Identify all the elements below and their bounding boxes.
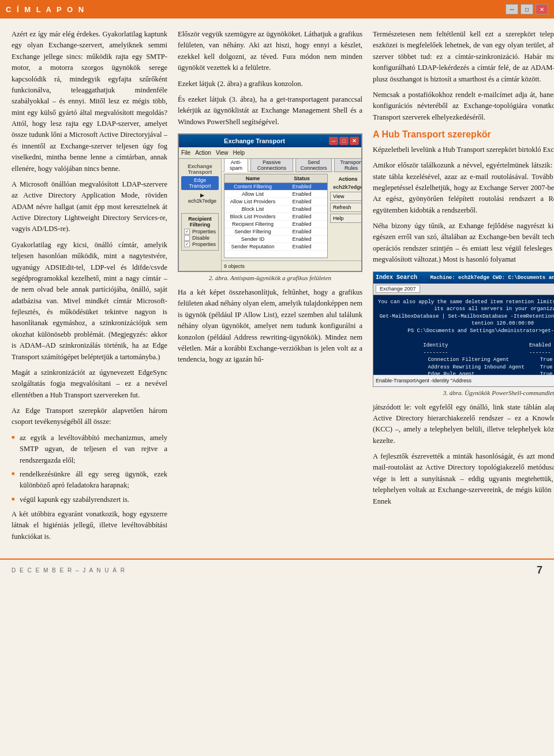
right-para-6: játszódott le: volt egyfelől egy önálló,… xyxy=(373,402,554,447)
fig2-min[interactable]: ─ xyxy=(329,137,338,145)
figure-2-container: Exchange Transport ─ □ ✕ File Action Vie… xyxy=(178,133,362,281)
figure-3-caption: 3. ábra. Ügynökök PowerShell-commandletb… xyxy=(373,389,554,396)
middle-para-3: És ezeket látjuk (3. ábra), ha a get-tra… xyxy=(178,94,362,128)
fig2-row-reputation[interactable]: Sender ReputationEnabled xyxy=(224,243,327,251)
left-para-2: A Microsoft önállóan megvalósított LDAP-… xyxy=(12,179,167,235)
middle-article: Először vegyük szemügyre az ügynököket. … xyxy=(178,29,362,128)
fig3-titlebar: Index Search Machine: ech2k7edge CWD: C:… xyxy=(373,272,554,284)
fig2-row-content[interactable]: Content FilteringEnabled xyxy=(224,183,327,191)
figure-3-screenshot: Index Search Machine: ech2k7edge CWD: C:… xyxy=(373,271,554,387)
fig2-row-blockprov[interactable]: Block List ProvidersEnabled xyxy=(224,213,327,221)
column-left: Azért ez így már elég érdekes. Gyakorlat… xyxy=(12,29,167,547)
bullet-item-1: az egyik a levéltovábbító mechanizmus, a… xyxy=(12,433,167,466)
fig2-agent-list: Name Status Content FilteringEnabled All… xyxy=(224,174,328,258)
column-right: Természetesen nem feltétlenül kell ezt a… xyxy=(373,29,554,547)
fig3-machine: Machine: ech2k7edge CWD: C:\Documents an… xyxy=(417,275,554,281)
fig2-row-allowlist[interactable]: Allow ListEnabled xyxy=(224,191,327,198)
fig2-recipient-label2: Disable xyxy=(192,235,209,241)
fig2-list-area: Name Status Content FilteringEnabled All… xyxy=(222,172,362,260)
fig3-status-text: Enable-TransportAgent -Identity "Address xyxy=(376,378,471,383)
fig2-tab-transport[interactable]: Transport Rules xyxy=(334,158,362,172)
fig2-row-allowprov[interactable]: Allow List ProvidersEnabled xyxy=(224,198,327,206)
fig2-btn-help[interactable]: Help xyxy=(330,214,362,223)
middle-para-4: Ha a két képet összehasonlítjuk, feltűnh… xyxy=(178,287,362,366)
fig3-terminal: You can also apply the same deleted item… xyxy=(373,295,554,375)
fig2-menubar: File Action View Help xyxy=(179,147,361,159)
fig2-sidebar-item-edge[interactable]: Edge Transport xyxy=(181,176,219,190)
fig2-row-recipient[interactable]: Recipient FilteringEnabled xyxy=(224,221,327,228)
footer-label: D E C E M B E R – J A N U Á R xyxy=(12,567,126,573)
fig2-check3[interactable]: ✓ xyxy=(184,241,190,247)
fig3-tab-exchange[interactable]: Exchange 2007 xyxy=(376,285,420,293)
right-para-4: Amikor először találkozunk a névvel, egy… xyxy=(373,160,554,216)
fig2-tab-passive[interactable]: Passive Connections xyxy=(250,158,293,172)
fig2-row-sender[interactable]: Sender FilteringEnabled xyxy=(224,228,327,236)
fig2-status-text: 9 objects xyxy=(224,263,245,269)
left-para-5: Az Edge Transport szerepkör alapvetően h… xyxy=(12,405,167,428)
fig2-col-status: Status xyxy=(279,176,325,181)
middle-para-1: Először vegyük szemügyre az ügynököket. … xyxy=(178,29,362,74)
fig2-check1[interactable]: ✓ xyxy=(184,229,190,234)
figure-2-caption: 2. ábra. Antispam-ügynökök a grafikus fe… xyxy=(178,274,362,281)
fig3-title: Index Search xyxy=(376,274,417,281)
bullet-item-3: végül kapunk egy szabályrendszert is. xyxy=(12,494,167,505)
maximize-button[interactable]: □ xyxy=(521,4,533,14)
fig2-row-senderid[interactable]: Sender IDEnabled xyxy=(224,236,327,243)
fig2-recipient-item2: Disable xyxy=(184,235,216,241)
middle-para-2: Ezeket látjuk (2. ábra) a grafikus konzo… xyxy=(178,79,362,90)
fig2-close[interactable]: ✕ xyxy=(350,137,359,145)
fig2-actions-title: Actions xyxy=(330,176,362,182)
left-para-3: Gyakorlatilag egy kicsi, önálló címtár, … xyxy=(12,240,167,363)
fig2-tab-antispam[interactable]: Anti-spam xyxy=(224,158,248,172)
fig2-list-header: Name Status xyxy=(224,174,327,183)
fig2-statusbar: 9 objects xyxy=(222,260,362,271)
fig2-menu-view[interactable]: View xyxy=(216,150,229,156)
footer: D E C E M B E R – J A N U Á R 7 xyxy=(0,558,554,581)
right-para-5: Néha bizony úgy tűnik, az Exhange fejlőd… xyxy=(373,221,554,266)
window-controls: ─ □ ✕ xyxy=(506,4,548,14)
fig2-row-blocklist[interactable]: Block ListEnabled xyxy=(224,206,327,213)
right-article-2: játszódott le: volt egyfelől egy önálló,… xyxy=(373,402,554,507)
right-para-3: Képzeletbeli levelünk a Hub Transport sz… xyxy=(373,144,554,155)
left-para-4: Magát a szinkronizációt az úgynevezett E… xyxy=(12,367,167,401)
fig2-check2[interactable] xyxy=(184,235,190,241)
column-middle: Először vegyük szemügyre az ügynököket. … xyxy=(178,29,362,547)
right-article: Természetesen nem feltétlenül kell ezt a… xyxy=(373,29,554,266)
fig2-recipient-label3: Properties xyxy=(192,241,216,247)
right-para-2: Nemcsak a postafiókokhoz rendelt e-mailc… xyxy=(373,90,554,123)
fig2-recipient-title: Recipient Filtering xyxy=(184,216,216,228)
fig2-recipient-box: Recipient Filtering ✓ Properties Disable… xyxy=(181,213,219,251)
fig2-btn-refresh[interactable]: Refresh xyxy=(330,203,362,212)
fig2-actions-panel: Actions ech2k7edge View Refresh Help xyxy=(328,174,362,258)
left-para-6: A két utóbbira egyaránt vonatkozik, hogy… xyxy=(12,509,167,542)
right-para-7: A fejlesztők észrevették a minták hasonl… xyxy=(373,451,554,507)
right-section-title: A Hub Transport szerepkör xyxy=(373,129,554,141)
title-bar-text: C Í M L A P O N xyxy=(6,5,506,14)
left-bullet-list: az egyik a levéltovábbító mechanizmus, a… xyxy=(12,433,167,505)
figure-3-container: Index Search Machine: ech2k7edge CWD: C:… xyxy=(373,271,554,396)
figure-2-screenshot: Exchange Transport ─ □ ✕ File Action Vie… xyxy=(178,133,362,272)
fig2-main-panel: Anti-spam Passive Connections Send Conne… xyxy=(222,159,362,271)
fig2-max[interactable]: □ xyxy=(339,137,349,145)
fig2-titlebar: Exchange Transport ─ □ ✕ xyxy=(179,135,361,147)
bullet-item-2: rendelkezésünkre áll egy sereg ügynök, e… xyxy=(12,469,167,491)
fig2-recipient-item3: ✓ Properties xyxy=(184,241,216,247)
fig2-menu-action[interactable]: Action xyxy=(195,150,211,156)
fig3-note: You can also apply the same deleted item… xyxy=(378,299,554,375)
fig2-tab-send[interactable]: Send Connectors xyxy=(295,158,332,172)
footer-page: 7 xyxy=(537,564,542,576)
fig2-btn-view[interactable]: View xyxy=(330,192,362,201)
fig2-actions-server: ech2k7edge xyxy=(330,184,362,190)
fig3-statusbar: Enable-TransportAgent -Identity "Address xyxy=(373,375,554,386)
minimize-button[interactable]: ─ xyxy=(506,4,518,14)
close-button[interactable]: ✕ xyxy=(536,4,548,14)
fig2-title: Exchange Transport xyxy=(181,137,328,144)
fig2-menu-file[interactable]: File xyxy=(181,150,190,156)
fig2-menu-help[interactable]: Help xyxy=(233,150,245,156)
fig2-tabs-bar: Anti-spam Passive Connections Send Conne… xyxy=(222,159,362,172)
fig2-sidebar-item-server[interactable]: ▶ ech2k7edge xyxy=(181,191,219,205)
middle-article-2: Ha a két képet összehasonlítjuk, feltűnh… xyxy=(178,287,362,366)
main-content: Azért ez így már elég érdekes. Gyakorlat… xyxy=(0,18,554,553)
left-para-1: Azért ez így már elég érdekes. Gyakorlat… xyxy=(12,29,167,174)
right-para-1: Természetesen nem feltétlenül kell ezt a… xyxy=(373,29,554,85)
